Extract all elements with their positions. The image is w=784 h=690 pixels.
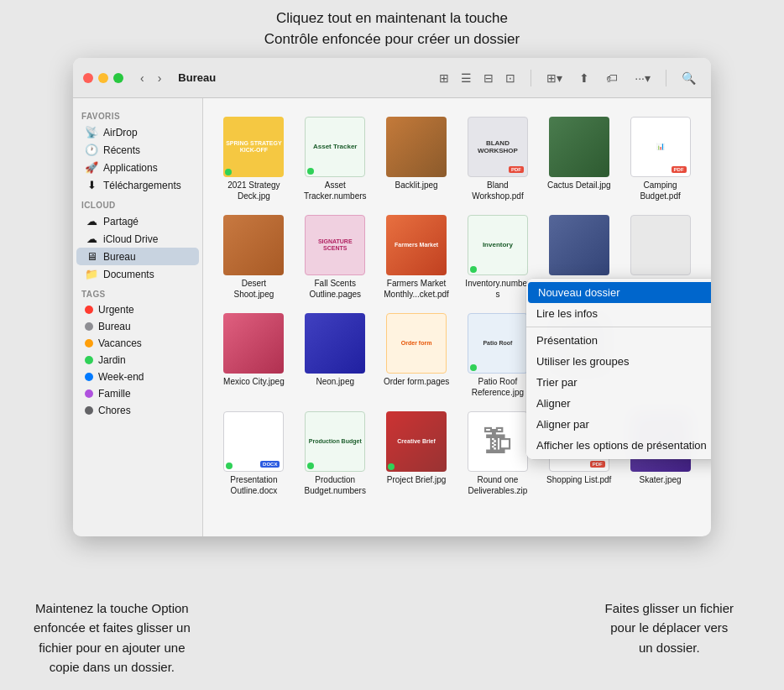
file-item[interactable]: Mexico City.jpeg bbox=[217, 308, 291, 403]
file-item[interactable]: Inventory Inventory.numbers bbox=[461, 210, 536, 305]
desktop-icon: 🖥 bbox=[85, 250, 98, 263]
close-button[interactable] bbox=[83, 73, 93, 83]
ctx-align-by[interactable]: Aligner par › bbox=[526, 414, 711, 435]
sidebar-item-vacances[interactable]: Vacances bbox=[76, 335, 199, 352]
file-item[interactable]: Creative Brief Project Brief.jpg bbox=[379, 406, 454, 501]
file-item[interactable]: DOCX Presentation Outline.docx bbox=[217, 406, 291, 501]
icloud-label: iCloud bbox=[73, 194, 202, 212]
ctx-sort-by[interactable]: Trier par › bbox=[526, 372, 711, 393]
file-item[interactable]: 🗜 Round one Deliverables.zip bbox=[461, 406, 536, 501]
file-item[interactable]: Patio Roof Patio Roof Reference.jpg bbox=[461, 308, 536, 403]
forward-button[interactable]: › bbox=[154, 70, 165, 86]
toolbar: ‹ › Bureau ⊞ ☰ ⊟ ⊡ ⊞▾ ⬆ 🏷 ···▾ 🔍 bbox=[73, 58, 711, 98]
icon-view-btn[interactable]: ⊞ bbox=[434, 68, 454, 88]
tag-dot-famille bbox=[85, 389, 93, 398]
main-area: Favoris 📡 AirDrop 🕐 Récents 🚀 Applicatio… bbox=[73, 98, 711, 536]
sidebar: Favoris 📡 AirDrop 🕐 Récents 🚀 Applicatio… bbox=[73, 98, 203, 536]
finder-window: ‹ › Bureau ⊞ ☰ ⊟ ⊡ ⊞▾ ⬆ 🏷 ···▾ 🔍 Favoris… bbox=[73, 58, 711, 536]
gallery-view-btn[interactable]: ⊡ bbox=[500, 68, 520, 88]
file-item[interactable]: SIGNATURE SCENTS Fall Scents Outline.pag… bbox=[298, 210, 373, 305]
file-item[interactable]: Farmers Market Farmers Market Monthly...… bbox=[379, 210, 454, 305]
column-view-btn[interactable]: ⊟ bbox=[478, 68, 499, 88]
tag-dot-jardin bbox=[85, 356, 93, 364]
zip-icon: 🗜 bbox=[483, 424, 513, 459]
more-btn[interactable]: ···▾ bbox=[630, 68, 656, 88]
tag-btn[interactable]: 🏷 bbox=[601, 68, 623, 88]
tag-dot-weekend bbox=[85, 373, 93, 381]
clock-icon: 🕐 bbox=[85, 144, 98, 156]
view-controls: ⊞ ☰ ⊟ ⊡ bbox=[434, 68, 520, 88]
file-item[interactable]: 📊 PDF Camping Budget.pdf bbox=[623, 112, 698, 206]
sidebar-item-urgente[interactable]: Urgente bbox=[76, 301, 199, 318]
file-item[interactable]: Backlit.jpeg bbox=[379, 112, 454, 206]
ctx-presentation[interactable]: Présentation › bbox=[526, 330, 711, 351]
path-title: Bureau bbox=[178, 71, 216, 84]
tag-dot-urgente bbox=[85, 306, 93, 314]
ctx-new-folder[interactable]: Nouveau dossier bbox=[528, 282, 711, 303]
file-item[interactable]: Production Budget Production Budget.numb… bbox=[298, 406, 373, 501]
sidebar-item-recents[interactable]: 🕐 Récents bbox=[76, 141, 199, 159]
shared-icon: ☁ bbox=[85, 215, 98, 227]
share-btn[interactable]: ⬆ bbox=[574, 68, 594, 88]
sidebar-item-weekend[interactable]: Week-end bbox=[76, 369, 199, 385]
ctx-show-options[interactable]: Afficher les options de présentation bbox=[526, 435, 711, 456]
tag-dot-chores bbox=[85, 406, 93, 415]
airdrop-icon: 📡 bbox=[85, 126, 98, 139]
sidebar-item-famille[interactable]: Famille bbox=[76, 385, 199, 402]
sidebar-item-jardin[interactable]: Jardin bbox=[76, 352, 199, 369]
list-view-btn[interactable]: ☰ bbox=[456, 68, 477, 88]
bottom-right-annotation: Faites glisser un fichier pour le déplac… bbox=[605, 599, 734, 677]
ctx-align[interactable]: Aligner bbox=[526, 393, 711, 414]
sidebar-item-bureau[interactable]: 🖥 Bureau bbox=[76, 248, 199, 265]
top-annotation: Cliquez tout en maintenant la touche Con… bbox=[0, 0, 784, 55]
sidebar-item-icloud-drive[interactable]: ☁ iCloud Drive bbox=[76, 230, 199, 248]
file-item[interactable]: SPRING STRATEGY KICK-OFF 2021 Strategy D… bbox=[217, 112, 291, 206]
sidebar-item-applications[interactable]: 🚀 Applications bbox=[76, 159, 199, 176]
fullscreen-button[interactable] bbox=[113, 73, 123, 83]
file-item[interactable]: Asset Tracker Asset Tracker.numbers bbox=[298, 112, 373, 206]
tag-dot-bureau bbox=[85, 322, 93, 331]
context-menu: Nouveau dossier Lire les infos Présentat… bbox=[526, 279, 711, 459]
ctx-get-info[interactable]: Lire les infos bbox=[526, 303, 711, 324]
sidebar-item-shared[interactable]: ☁ Partagé bbox=[76, 212, 199, 230]
sidebar-item-documents[interactable]: 📁 Documents bbox=[76, 265, 199, 283]
file-item[interactable]: Order form Order form.pages bbox=[379, 308, 454, 403]
bottom-left-annotation: Maintenez la touche Option enfoncée et f… bbox=[34, 599, 191, 677]
file-item[interactable]: Neon.jpeg bbox=[298, 308, 373, 403]
sidebar-item-chores[interactable]: Chores bbox=[76, 402, 199, 419]
ctx-separator-1 bbox=[526, 327, 711, 327]
tag-dot-vacances bbox=[85, 339, 93, 348]
search-btn[interactable]: 🔍 bbox=[677, 68, 701, 88]
applications-icon: 🚀 bbox=[85, 161, 98, 174]
file-item[interactable]: Cactus Detail.jpg bbox=[541, 112, 616, 206]
documents-icon: 📁 bbox=[85, 268, 98, 280]
sidebar-item-airdrop[interactable]: 📡 AirDrop bbox=[76, 123, 199, 141]
minimize-button[interactable] bbox=[98, 73, 108, 83]
back-button[interactable]: ‹ bbox=[137, 70, 148, 86]
traffic-lights bbox=[83, 73, 123, 83]
sidebar-item-bureau-tag[interactable]: Bureau bbox=[76, 318, 199, 335]
icloud-drive-icon: ☁ bbox=[85, 233, 98, 245]
download-icon: ⬇ bbox=[85, 179, 98, 191]
ctx-use-groups[interactable]: Utiliser les groupes bbox=[526, 351, 711, 372]
file-item[interactable]: BLAND WORKSHOP PDF Bland Workshop.pdf bbox=[461, 112, 536, 206]
sidebar-item-downloads[interactable]: ⬇ Téléchargements bbox=[76, 176, 199, 194]
tags-label: Tags bbox=[73, 283, 202, 301]
file-item[interactable]: Desert Shoot.jpeg bbox=[217, 210, 291, 305]
content-area[interactable]: SPRING STRATEGY KICK-OFF 2021 Strategy D… bbox=[203, 98, 711, 536]
group-btn[interactable]: ⊞▾ bbox=[541, 68, 567, 88]
favorites-label: Favoris bbox=[73, 105, 202, 123]
